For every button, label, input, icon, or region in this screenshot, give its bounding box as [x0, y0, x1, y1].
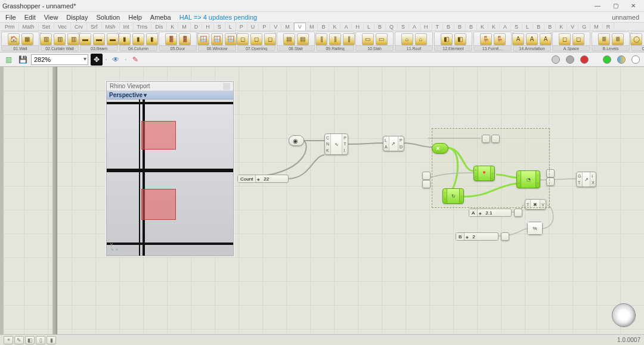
relay-node[interactable]	[546, 178, 555, 186]
port[interactable]: ·	[475, 175, 476, 179]
category-tab[interactable]: B	[466, 23, 477, 30]
port[interactable]: I	[592, 174, 595, 178]
port[interactable]: I	[343, 148, 346, 153]
display-mode-icon[interactable]	[630, 54, 642, 66]
category-tab[interactable]: B	[443, 23, 454, 30]
category-tab[interactable]: K	[477, 23, 488, 30]
edge-panel[interactable]	[0, 67, 4, 334]
component-icon[interactable]: 🚪	[165, 33, 177, 45]
category-tab[interactable]: Int	[120, 23, 134, 30]
port[interactable]: N	[326, 142, 329, 146]
category-tab[interactable]: M	[178, 23, 191, 30]
port[interactable]: P	[400, 138, 402, 142]
component-icon[interactable]: A	[540, 33, 552, 45]
component-icon[interactable]: ▬	[93, 33, 105, 45]
category-tab[interactable]: R	[603, 23, 615, 30]
component-icon[interactable]: ◻	[572, 33, 584, 45]
category-tab[interactable]: Q	[386, 23, 398, 30]
component-icon[interactable]: ◯	[630, 33, 642, 45]
component-icon[interactable]: 🪑	[480, 33, 492, 45]
category-tab[interactable]: A	[409, 23, 420, 30]
count-panel[interactable]: Count 22	[237, 175, 289, 183]
category-tab[interactable]: L	[225, 23, 236, 30]
component-tv[interactable]: T ✖ V	[525, 199, 546, 210]
category-tab[interactable]: L	[364, 23, 374, 30]
port[interactable]: T	[343, 142, 346, 146]
component-green-b[interactable]: ·· ↻ ·	[442, 188, 464, 204]
component-icon[interactable]: ▤	[297, 33, 309, 45]
relay-node[interactable]	[546, 169, 555, 178]
category-tab[interactable]: K	[556, 23, 567, 30]
menu-edit[interactable]: Edit	[20, 13, 40, 22]
component-icon[interactable]: ▤	[283, 33, 295, 45]
port[interactable]: ·	[518, 181, 519, 185]
category-tab[interactable]: Math	[19, 23, 39, 30]
port[interactable]: T	[527, 203, 529, 207]
category-tab[interactable]: H	[420, 23, 432, 30]
category-tab[interactable]: Srf	[87, 23, 102, 30]
component-icon[interactable]: 🪟	[197, 33, 209, 45]
status-tool-icon[interactable]: ⌖	[4, 336, 13, 344]
component-icon[interactable]: ▥	[40, 33, 52, 45]
component-icon[interactable]: ◧	[441, 33, 453, 45]
port[interactable]: K	[326, 148, 329, 153]
component-icon[interactable]: ▥	[54, 33, 66, 45]
shade-mode-icon[interactable]	[564, 54, 576, 66]
category-tab[interactable]: Set	[39, 23, 55, 30]
close-button[interactable]: ✕	[625, 1, 642, 11]
canvas[interactable]: Rhino Viewport Perspective ▾ y↳ x	[0, 67, 644, 334]
category-tab[interactable]: G	[578, 23, 590, 30]
component-icon[interactable]: ◻	[559, 33, 571, 45]
port[interactable]: L	[385, 138, 388, 142]
category-tab[interactable]: M	[281, 23, 294, 30]
component-icon[interactable]: ◻	[264, 33, 276, 45]
port[interactable]: G	[578, 174, 581, 178]
category-tab[interactable]: B	[454, 23, 466, 30]
menu-file[interactable]: File	[1, 13, 20, 22]
port[interactable]: T	[578, 181, 581, 185]
category-tab[interactable]: D	[191, 23, 203, 30]
port[interactable]: ·	[461, 194, 462, 198]
category-tab[interactable]: H	[352, 23, 364, 30]
category-tab[interactable]: V	[294, 23, 306, 30]
category-tab[interactable]: M	[590, 23, 603, 30]
component-icon[interactable]: ▭	[376, 33, 388, 45]
category-tab[interactable]: B	[318, 23, 329, 30]
component-icon[interactable]: ⌂	[401, 33, 413, 45]
port[interactable]: ·	[492, 172, 493, 176]
category-tab[interactable]: M	[306, 23, 318, 30]
category-tab[interactable]: Crv	[71, 23, 87, 30]
rhino-viewport-body[interactable]: y↳ x	[107, 100, 233, 256]
category-tab[interactable]: Dis	[151, 23, 167, 30]
menu-hal-updates[interactable]: HAL => 4 updates pending	[175, 13, 261, 22]
component-icon[interactable]: 🏠	[8, 33, 20, 45]
component-green-a[interactable]: ·· 📍 ·	[473, 166, 495, 181]
status-tool-icon[interactable]: ✎	[14, 336, 24, 344]
component-icon[interactable]: ≣	[612, 33, 624, 45]
canvas-compass-icon[interactable]	[612, 303, 636, 327]
category-tab[interactable]: S	[511, 23, 522, 30]
relay-node[interactable]	[491, 135, 500, 143]
category-tab[interactable]: V	[567, 23, 578, 30]
category-tab[interactable]: V	[270, 23, 281, 30]
status-tool-icon[interactable]: ▯	[36, 336, 45, 344]
category-tab[interactable]: B	[544, 23, 556, 30]
component-icon[interactable]: ▭	[362, 33, 374, 45]
port[interactable]: X	[592, 181, 595, 185]
category-tab[interactable]: K	[488, 23, 500, 30]
category-tab[interactable]: H	[202, 23, 214, 30]
zoom-target-icon[interactable]: ✥	[91, 54, 103, 66]
category-tab[interactable]: P	[259, 23, 270, 30]
category-tab[interactable]: Prm	[1, 23, 19, 30]
category-tab[interactable]: B	[533, 23, 544, 30]
slider-output[interactable]	[501, 232, 509, 241]
category-tab[interactable]: Trns	[134, 23, 152, 30]
component-icon[interactable]: ▬	[79, 33, 91, 45]
category-tab[interactable]: S	[398, 23, 409, 30]
category-tab[interactable]: L	[522, 23, 533, 30]
component-icon[interactable]: ▦	[21, 33, 33, 45]
port[interactable]: D	[400, 145, 402, 149]
component-icon[interactable]: ◻	[237, 33, 249, 45]
component-icon[interactable]: 🪑	[494, 33, 506, 45]
port[interactable]: ·	[537, 181, 538, 185]
